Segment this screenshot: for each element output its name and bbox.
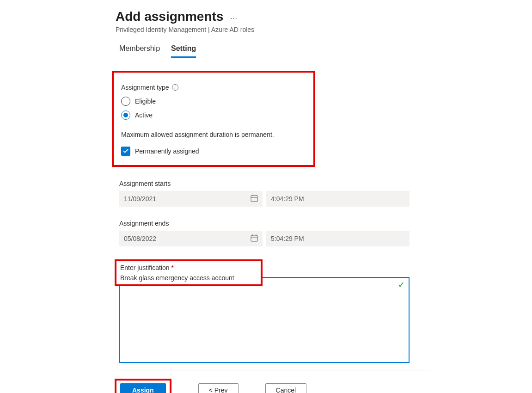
starts-date-input: 11/09/2021 [119, 191, 263, 207]
assign-button[interactable]: Assign [120, 383, 166, 393]
calendar-icon [251, 234, 258, 243]
assignment-starts-section: Assignment starts 11/09/2021 4:04:29 PM [119, 180, 522, 207]
footer-buttons: Assign < Prev Cancel [115, 379, 522, 393]
justification-input[interactable] [119, 277, 410, 363]
radio-eligible[interactable]: Eligible [121, 97, 306, 106]
page-title: Add assignments [116, 9, 223, 24]
svg-rect-0 [251, 196, 257, 202]
assignment-type-section: Assignment type i Eligible Active Maximu… [112, 71, 315, 167]
ends-time-input: 5:04:29 PM [266, 231, 410, 246]
justification-preview: Break glass emergency access account [120, 274, 256, 282]
calendar-icon [251, 195, 258, 203]
check-icon: ✓ [398, 280, 405, 290]
assign-highlight: Assign [115, 379, 171, 393]
tab-membership[interactable]: Membership [119, 44, 160, 58]
starts-label: Assignment starts [119, 180, 522, 187]
radio-circle-icon [121, 97, 130, 106]
required-star-icon: * [171, 264, 174, 271]
prev-button[interactable]: < Prev [198, 383, 238, 393]
assignment-ends-section: Assignment ends 05/08/2022 5:04:29 PM [119, 220, 522, 246]
radio-dot-icon [123, 113, 128, 117]
assignment-type-label: Assignment type i [121, 84, 306, 91]
tab-setting[interactable]: Setting [171, 44, 196, 58]
justification-highlight: Enter justification * Break glass emerge… [115, 259, 263, 286]
footer-divider [116, 370, 430, 370]
radio-active[interactable]: Active [121, 111, 306, 120]
svg-rect-4 [251, 235, 257, 241]
info-icon[interactable]: i [172, 84, 178, 91]
justification-section: Enter justification * Break glass emerge… [119, 259, 522, 393]
radio-active-label: Active [135, 111, 153, 119]
permanent-checkbox[interactable]: Permanently assigned [121, 147, 306, 156]
cancel-button[interactable]: Cancel [265, 383, 307, 393]
breadcrumb: Privileged Identity Management | Azure A… [116, 26, 522, 33]
permanent-label: Permanently assigned [135, 147, 199, 155]
more-icon[interactable]: … [230, 12, 238, 21]
starts-time-input: 4:04:29 PM [266, 191, 410, 207]
ends-date-input: 05/08/2022 [119, 231, 263, 246]
tabs: Membership Setting [119, 44, 522, 58]
ends-label: Assignment ends [119, 220, 522, 227]
checkbox-checked-icon [121, 147, 130, 156]
duration-note: Maximum allowed assignment duration is p… [121, 131, 306, 138]
radio-circle-selected-icon [121, 111, 130, 120]
radio-eligible-label: Eligible [135, 98, 156, 105]
justification-label: Enter justification * [120, 264, 256, 271]
page-header: Add assignments … Privileged Identity Ma… [116, 9, 522, 33]
